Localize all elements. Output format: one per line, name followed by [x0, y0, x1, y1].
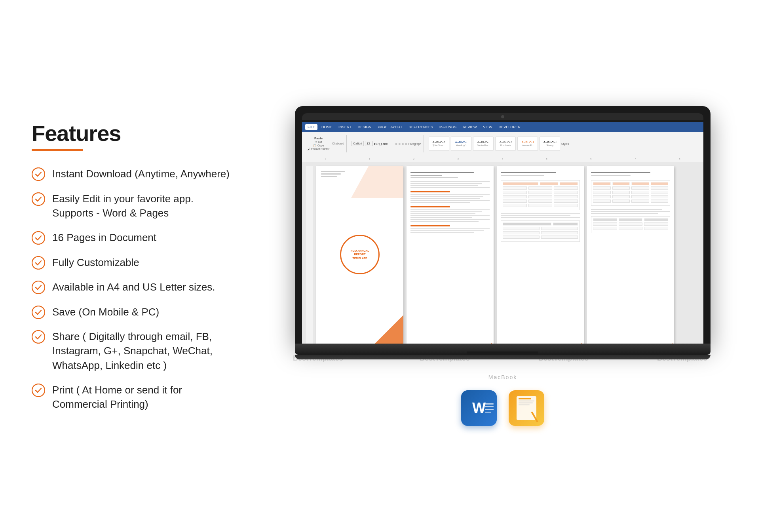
- right-section: BestTemplates BestTemplates BestTemplate…: [277, 106, 728, 426]
- align-center-btn[interactable]: ≡: [399, 142, 401, 146]
- svg-point-0: [32, 168, 45, 180]
- doc-page-4-tables: 4: [587, 166, 674, 344]
- app-icons-row: W: [461, 390, 544, 426]
- pages-app-icon[interactable]: [509, 390, 544, 426]
- copy-btn[interactable]: 📋 Copy: [313, 144, 324, 147]
- ribbon-tab-review[interactable]: REVIEW: [460, 124, 479, 130]
- svg-point-3: [32, 256, 45, 269]
- styles-preview: AaBbCc1 ¶ No Spac... AaBbCcl Heading 1 A…: [429, 137, 560, 151]
- align-right-btn[interactable]: ≡: [402, 142, 404, 146]
- word-app-icon[interactable]: W: [461, 390, 497, 426]
- feature-text-1: Instant Download (Anytime, Anywhere): [52, 167, 230, 181]
- page2-content: [407, 166, 494, 240]
- format-painter-btn[interactable]: 🖌 Format Painter: [308, 148, 329, 150]
- left-ruler: [306, 166, 313, 344]
- check-icon-6: [32, 306, 45, 319]
- feature-text-6: Save (On Mobile & PC): [52, 305, 159, 319]
- feature-item-6: Save (On Mobile & PC): [32, 305, 261, 319]
- check-icon-8: [32, 384, 45, 397]
- features-heading: Features: [32, 120, 261, 146]
- svg-point-2: [32, 232, 45, 244]
- style-intense[interactable]: AaBbCcl Intense E...: [517, 137, 538, 151]
- ngo-circle: NGO ANNUALREPORTTEMPLATE: [340, 235, 380, 274]
- paragraph-label: Paragraph: [408, 142, 421, 145]
- check-icon-3: [32, 231, 45, 245]
- feature-item-5: Available in A4 and US Letter sizes.: [32, 280, 261, 294]
- word-icon-letter: W: [472, 400, 486, 416]
- ribbon-tab-home[interactable]: HOME: [319, 124, 334, 130]
- feature-text-3: 16 Pages in Document: [52, 230, 156, 245]
- feature-item-3: 16 Pages in Document: [32, 230, 261, 245]
- cut-btn[interactable]: ✂ Cut: [315, 141, 322, 144]
- underline-btn[interactable]: U: [379, 142, 382, 146]
- italic-btn[interactable]: I: [377, 142, 378, 146]
- laptop-screen-outer: FILE HOME INSERT DESIGN PAGE LAYOUT REFE…: [295, 106, 711, 344]
- page4-table-2: [591, 216, 670, 233]
- word-ribbon: FILE HOME INSERT DESIGN PAGE LAYOUT REFE…: [302, 122, 703, 132]
- strikethrough-btn[interactable]: abc: [382, 142, 388, 146]
- ribbon-tab-references[interactable]: REFERENCES: [407, 124, 436, 130]
- feature-text-4: Fully Customizable: [52, 255, 139, 270]
- left-section: Features Instant Download (Anytime, Anyw…: [32, 120, 277, 412]
- style-strong[interactable]: AaBbCcl Strong: [540, 137, 560, 151]
- page1-header-lines: [321, 171, 345, 178]
- font-family-selector[interactable]: Calibri: [352, 141, 364, 146]
- ribbon-tab-file[interactable]: FILE: [305, 124, 317, 130]
- word-icon-lines: [485, 403, 494, 413]
- check-icon-4: [32, 256, 45, 270]
- font-size-selector[interactable]: 12: [365, 141, 373, 146]
- font-section: Calibri 12 B I U abc: [349, 135, 390, 152]
- clipboard-label: Clipboard: [332, 142, 344, 145]
- word-document-area: NGO ANNUALREPORTTEMPLATE 1: [302, 162, 703, 344]
- styles-label: Styles: [561, 142, 569, 145]
- justify-btn[interactable]: ≡: [405, 142, 407, 146]
- feature-text-2: Easily Edit in your favorite app.Support…: [52, 192, 194, 220]
- feature-item-1: Instant Download (Anytime, Anywhere): [32, 167, 261, 181]
- ribbon-tab-design[interactable]: DESIGN: [355, 124, 374, 130]
- page3-content: [497, 166, 584, 247]
- check-icon-2: [32, 192, 45, 206]
- feature-item-7: Share ( Digitally through email, FB,Inst…: [32, 329, 261, 372]
- feature-item-4: Fully Customizable: [32, 255, 261, 270]
- ribbon-tab-view[interactable]: VIEW: [481, 124, 495, 130]
- style-subtle[interactable]: AaBbCcl Subtle Em...: [473, 137, 494, 151]
- ngo-circle-text: NGO ANNUALREPORTTEMPLATE: [350, 249, 369, 260]
- feature-text-8: Print ( At Home or send it forCommercial…: [52, 383, 182, 412]
- page4-table: [591, 180, 670, 206]
- align-left-btn[interactable]: ≡: [395, 142, 397, 146]
- style-emphasis[interactable]: AaBbCcl Emphasis: [495, 137, 516, 151]
- ribbon-tab-insert[interactable]: INSERT: [336, 124, 354, 130]
- laptop-foot: [295, 355, 711, 359]
- paragraph-section: ≡ ≡ ≡ ≡ Paragraph: [393, 135, 424, 152]
- svg-point-6: [32, 331, 45, 343]
- ribbon-tab-pagelayout[interactable]: PAGE LAYOUT: [375, 124, 405, 130]
- pages-icon-page: [517, 396, 536, 420]
- word-toolbar: Paste ✂ Cut 📋 Copy 🖌 Format Painter Clip…: [302, 132, 703, 155]
- doc-page-3-table: 3: [497, 166, 584, 344]
- laptop-mockup: FILE HOME INSERT DESIGN PAGE LAYOUT REFE…: [295, 106, 711, 359]
- page3-table-2: [501, 220, 580, 242]
- svg-point-1: [32, 193, 45, 205]
- svg-point-7: [32, 384, 45, 397]
- page1-orange-bottom: [372, 315, 403, 344]
- check-icon-5: [32, 281, 45, 294]
- check-icon-1: [32, 167, 45, 181]
- feature-item-8: Print ( At Home or send it forCommercial…: [32, 383, 261, 412]
- clipboard-section: Paste ✂ Cut 📋 Copy 🖌 Format Painter Clip…: [305, 135, 347, 152]
- style-heading1[interactable]: AaBbCcl Heading 1: [451, 137, 471, 151]
- svg-point-5: [32, 306, 45, 319]
- style-normal[interactable]: AaBbCc1 ¶ No Spac...: [429, 137, 449, 151]
- laptop-camera: [501, 115, 504, 118]
- paste-btn[interactable]: Paste: [314, 137, 323, 140]
- laptop-camera-bar: [302, 113, 703, 120]
- word-ruler: | 1 2 3 4 5 6 7 8: [302, 155, 703, 162]
- ribbon-tab-mailings[interactable]: MAILINGS: [437, 124, 459, 130]
- feature-text-7: Share ( Digitally through email, FB,Inst…: [52, 329, 213, 372]
- page4-content: [587, 166, 674, 239]
- laptop-base: [295, 344, 711, 355]
- laptop-hinge: [467, 352, 538, 355]
- styles-section: AaBbCc1 ¶ No Spac... AaBbCcl Heading 1 A…: [426, 135, 571, 152]
- ribbon-tab-developer[interactable]: DEVELOPER: [496, 124, 523, 130]
- feature-list: Instant Download (Anytime, Anywhere) Eas…: [32, 167, 261, 412]
- bold-btn[interactable]: B: [374, 142, 377, 146]
